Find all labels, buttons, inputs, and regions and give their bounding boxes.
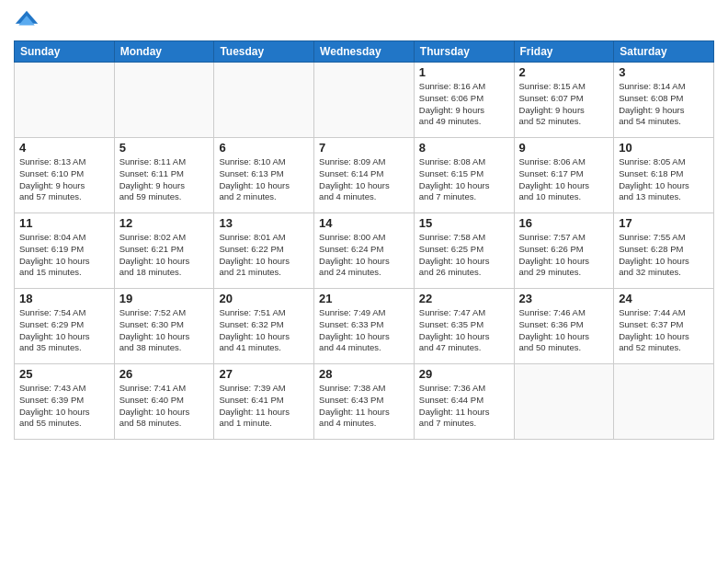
day-cell: 2Sunrise: 8:15 AM Sunset: 6:07 PM Daylig… bbox=[514, 63, 614, 138]
day-cell: 25Sunrise: 7:43 AM Sunset: 6:39 PM Dayli… bbox=[15, 364, 115, 440]
day-cell bbox=[214, 63, 314, 138]
day-cell: 8Sunrise: 8:08 AM Sunset: 6:15 PM Daylig… bbox=[414, 138, 514, 213]
day-info: Sunrise: 8:00 AM Sunset: 6:24 PM Dayligh… bbox=[319, 232, 409, 279]
day-cell: 27Sunrise: 7:39 AM Sunset: 6:41 PM Dayli… bbox=[214, 364, 314, 440]
day-info: Sunrise: 8:02 AM Sunset: 6:21 PM Dayligh… bbox=[119, 232, 210, 279]
day-cell: 6Sunrise: 8:10 AM Sunset: 6:13 PM Daylig… bbox=[214, 138, 314, 213]
day-cell: 12Sunrise: 8:02 AM Sunset: 6:21 PM Dayli… bbox=[114, 213, 214, 289]
day-number: 4 bbox=[19, 141, 109, 155]
day-number: 15 bbox=[419, 216, 509, 230]
day-info: Sunrise: 7:43 AM Sunset: 6:39 PM Dayligh… bbox=[19, 383, 109, 430]
day-number: 11 bbox=[19, 216, 109, 230]
col-header-saturday: Saturday bbox=[614, 41, 714, 63]
day-info: Sunrise: 8:15 AM Sunset: 6:07 PM Dayligh… bbox=[519, 81, 609, 128]
day-number: 6 bbox=[219, 141, 309, 155]
day-info: Sunrise: 8:01 AM Sunset: 6:22 PM Dayligh… bbox=[219, 232, 309, 279]
day-number: 25 bbox=[19, 367, 109, 381]
day-info: Sunrise: 7:49 AM Sunset: 6:33 PM Dayligh… bbox=[319, 307, 409, 354]
day-cell: 1Sunrise: 8:16 AM Sunset: 6:06 PM Daylig… bbox=[414, 63, 514, 138]
day-info: Sunrise: 8:05 AM Sunset: 6:18 PM Dayligh… bbox=[619, 156, 709, 203]
day-cell bbox=[314, 63, 415, 138]
day-number: 3 bbox=[619, 65, 709, 79]
day-number: 18 bbox=[19, 292, 109, 305]
page: SundayMondayTuesdayWednesdayThursdayFrid… bbox=[0, 0, 728, 563]
day-number: 20 bbox=[219, 292, 309, 305]
day-info: Sunrise: 8:14 AM Sunset: 6:08 PM Dayligh… bbox=[619, 81, 709, 128]
day-cell: 9Sunrise: 8:06 AM Sunset: 6:17 PM Daylig… bbox=[514, 138, 614, 213]
day-number: 26 bbox=[119, 367, 210, 381]
day-info: Sunrise: 7:52 AM Sunset: 6:30 PM Dayligh… bbox=[119, 307, 210, 354]
day-info: Sunrise: 8:13 AM Sunset: 6:10 PM Dayligh… bbox=[19, 156, 109, 203]
day-info: Sunrise: 7:36 AM Sunset: 6:44 PM Dayligh… bbox=[419, 383, 509, 430]
day-cell: 19Sunrise: 7:52 AM Sunset: 6:30 PM Dayli… bbox=[114, 289, 214, 364]
col-header-tuesday: Tuesday bbox=[214, 41, 314, 63]
day-cell: 26Sunrise: 7:41 AM Sunset: 6:40 PM Dayli… bbox=[114, 364, 214, 440]
day-cell: 16Sunrise: 7:57 AM Sunset: 6:26 PM Dayli… bbox=[514, 213, 614, 289]
day-cell: 17Sunrise: 7:55 AM Sunset: 6:28 PM Dayli… bbox=[614, 213, 714, 289]
day-info: Sunrise: 8:11 AM Sunset: 6:11 PM Dayligh… bbox=[119, 156, 210, 203]
day-number: 13 bbox=[219, 216, 309, 230]
day-info: Sunrise: 8:08 AM Sunset: 6:15 PM Dayligh… bbox=[419, 156, 509, 203]
day-cell: 20Sunrise: 7:51 AM Sunset: 6:32 PM Dayli… bbox=[214, 289, 314, 364]
day-number: 7 bbox=[319, 141, 409, 155]
day-cell: 14Sunrise: 8:00 AM Sunset: 6:24 PM Dayli… bbox=[314, 213, 415, 289]
day-number: 22 bbox=[419, 292, 509, 305]
day-cell: 3Sunrise: 8:14 AM Sunset: 6:08 PM Daylig… bbox=[614, 63, 714, 138]
day-number: 19 bbox=[119, 292, 210, 305]
day-info: Sunrise: 7:51 AM Sunset: 6:32 PM Dayligh… bbox=[219, 307, 309, 354]
day-number: 28 bbox=[319, 367, 409, 381]
day-number: 1 bbox=[419, 65, 509, 79]
day-number: 27 bbox=[219, 367, 309, 381]
day-info: Sunrise: 7:38 AM Sunset: 6:43 PM Dayligh… bbox=[319, 383, 409, 430]
day-info: Sunrise: 7:55 AM Sunset: 6:28 PM Dayligh… bbox=[619, 232, 709, 279]
day-cell: 7Sunrise: 8:09 AM Sunset: 6:14 PM Daylig… bbox=[314, 138, 415, 213]
day-number: 12 bbox=[119, 216, 210, 230]
day-number: 14 bbox=[319, 216, 409, 230]
day-info: Sunrise: 7:57 AM Sunset: 6:26 PM Dayligh… bbox=[519, 232, 609, 279]
day-info: Sunrise: 8:10 AM Sunset: 6:13 PM Dayligh… bbox=[219, 156, 309, 203]
day-cell bbox=[15, 63, 115, 138]
week-row-3: 18Sunrise: 7:54 AM Sunset: 6:29 PM Dayli… bbox=[15, 289, 714, 364]
day-cell: 10Sunrise: 8:05 AM Sunset: 6:18 PM Dayli… bbox=[614, 138, 714, 213]
day-info: Sunrise: 7:54 AM Sunset: 6:29 PM Dayligh… bbox=[19, 307, 109, 354]
day-cell: 15Sunrise: 7:58 AM Sunset: 6:25 PM Dayli… bbox=[414, 213, 514, 289]
day-number: 10 bbox=[619, 141, 709, 155]
day-number: 2 bbox=[519, 65, 609, 79]
header bbox=[14, 9, 714, 35]
day-cell: 21Sunrise: 7:49 AM Sunset: 6:33 PM Dayli… bbox=[314, 289, 415, 364]
day-cell: 11Sunrise: 8:04 AM Sunset: 6:19 PM Dayli… bbox=[15, 213, 115, 289]
day-info: Sunrise: 7:46 AM Sunset: 6:36 PM Dayligh… bbox=[519, 307, 609, 354]
day-info: Sunrise: 8:09 AM Sunset: 6:14 PM Dayligh… bbox=[319, 156, 409, 203]
day-cell: 29Sunrise: 7:36 AM Sunset: 6:44 PM Dayli… bbox=[414, 364, 514, 440]
day-info: Sunrise: 8:04 AM Sunset: 6:19 PM Dayligh… bbox=[19, 232, 109, 279]
day-number: 24 bbox=[619, 292, 709, 305]
week-row-2: 11Sunrise: 8:04 AM Sunset: 6:19 PM Dayli… bbox=[15, 213, 714, 289]
day-number: 17 bbox=[619, 216, 709, 230]
day-cell: 28Sunrise: 7:38 AM Sunset: 6:43 PM Dayli… bbox=[314, 364, 415, 440]
day-number: 5 bbox=[119, 141, 210, 155]
day-cell: 13Sunrise: 8:01 AM Sunset: 6:22 PM Dayli… bbox=[214, 213, 314, 289]
week-row-4: 25Sunrise: 7:43 AM Sunset: 6:39 PM Dayli… bbox=[15, 364, 714, 440]
calendar: SundayMondayTuesdayWednesdayThursdayFrid… bbox=[14, 40, 714, 440]
day-cell: 24Sunrise: 7:44 AM Sunset: 6:37 PM Dayli… bbox=[614, 289, 714, 364]
logo-icon bbox=[14, 9, 40, 35]
day-info: Sunrise: 7:47 AM Sunset: 6:35 PM Dayligh… bbox=[419, 307, 509, 354]
day-cell: 4Sunrise: 8:13 AM Sunset: 6:10 PM Daylig… bbox=[15, 138, 115, 213]
day-info: Sunrise: 7:39 AM Sunset: 6:41 PM Dayligh… bbox=[219, 383, 309, 430]
col-header-sunday: Sunday bbox=[15, 41, 115, 63]
day-cell: 23Sunrise: 7:46 AM Sunset: 6:36 PM Dayli… bbox=[514, 289, 614, 364]
day-number: 8 bbox=[419, 141, 509, 155]
day-cell: 22Sunrise: 7:47 AM Sunset: 6:35 PM Dayli… bbox=[414, 289, 514, 364]
col-header-thursday: Thursday bbox=[414, 41, 514, 63]
day-number: 21 bbox=[319, 292, 409, 305]
week-row-0: 1Sunrise: 8:16 AM Sunset: 6:06 PM Daylig… bbox=[15, 63, 714, 138]
day-number: 29 bbox=[419, 367, 509, 381]
day-info: Sunrise: 7:58 AM Sunset: 6:25 PM Dayligh… bbox=[419, 232, 509, 279]
day-number: 9 bbox=[519, 141, 609, 155]
day-number: 23 bbox=[519, 292, 609, 305]
col-header-friday: Friday bbox=[514, 41, 614, 63]
day-cell bbox=[114, 63, 214, 138]
day-number: 16 bbox=[519, 216, 609, 230]
week-row-1: 4Sunrise: 8:13 AM Sunset: 6:10 PM Daylig… bbox=[15, 138, 714, 213]
day-cell: 5Sunrise: 8:11 AM Sunset: 6:11 PM Daylig… bbox=[114, 138, 214, 213]
